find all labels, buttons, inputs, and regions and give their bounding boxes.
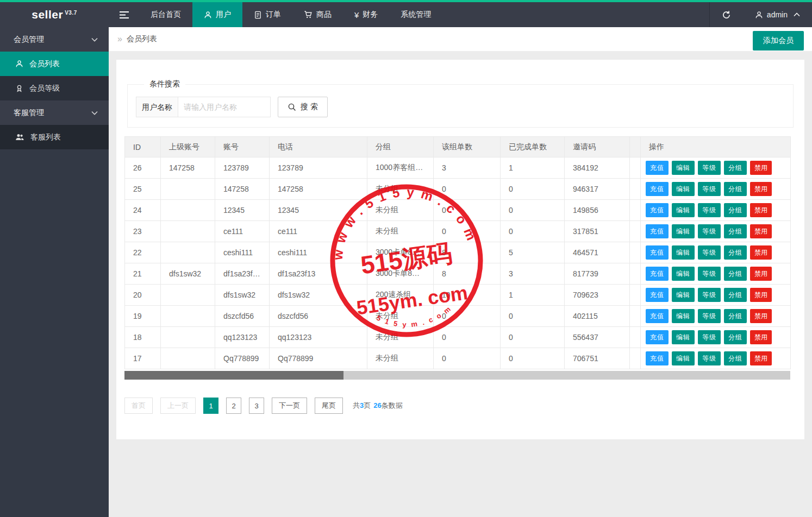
cell-actions: 充值编辑等级分组禁用 [641, 200, 791, 221]
cell-phone: ceshi111 [270, 242, 367, 263]
pagination-page-2[interactable]: 2 [226, 398, 241, 414]
table-row: 261472581237891237891000养客组(多...31384192… [125, 157, 791, 179]
level-button[interactable]: 等级 [698, 351, 721, 365]
level-button[interactable]: 等级 [698, 224, 721, 238]
recharge-button[interactable]: 充值 [646, 330, 669, 344]
breadcrumb-bar: » 会员列表 添加会员 [109, 27, 812, 51]
recharge-button[interactable]: 充值 [646, 203, 669, 217]
sidebar-section-1[interactable]: 会员管理 [0, 27, 109, 52]
nav-item-5[interactable]: ¥财务 [343, 2, 389, 27]
group-button[interactable]: 分组 [724, 182, 747, 196]
disable-button[interactable]: 禁用 [750, 161, 772, 175]
edit-button[interactable]: 编辑 [672, 245, 695, 260]
cell-id: 20 [125, 285, 161, 306]
edit-button[interactable]: 编辑 [672, 203, 695, 217]
level-button[interactable]: 等级 [698, 309, 721, 323]
edit-button[interactable]: 编辑 [672, 224, 695, 238]
level-button[interactable]: 等级 [698, 203, 721, 217]
group-button[interactable]: 分组 [724, 245, 747, 260]
cell-parent [161, 221, 215, 242]
edit-button[interactable]: 编辑 [672, 288, 695, 302]
recharge-button[interactable]: 充值 [646, 224, 669, 238]
group-button[interactable]: 分组 [724, 309, 747, 323]
cell-phone: dfs1sw32 [270, 285, 367, 306]
group-button[interactable]: 分组 [724, 330, 747, 344]
search-button[interactable]: 搜 索 [278, 97, 328, 117]
col-id: ID [125, 137, 161, 157]
level-button[interactable]: 等级 [698, 161, 721, 175]
pagination-page-3[interactable]: 3 [249, 398, 264, 414]
disable-button[interactable]: 禁用 [750, 224, 772, 238]
disable-button[interactable]: 禁用 [750, 182, 772, 196]
edit-button[interactable]: 编辑 [672, 309, 695, 323]
user-icon [755, 11, 763, 19]
recharge-button[interactable]: 充值 [646, 161, 669, 175]
recharge-button[interactable]: 充值 [646, 267, 669, 281]
disable-button[interactable]: 禁用 [750, 330, 772, 344]
disable-button[interactable]: 禁用 [750, 245, 772, 260]
nav-item-label: 订单 [266, 10, 281, 20]
group-button[interactable]: 分组 [724, 224, 747, 238]
search-panel-title: 条件搜索 [144, 79, 185, 89]
nav-item-1[interactable]: 后台首页 [139, 2, 192, 27]
nav-item-6[interactable]: 系统管理 [389, 2, 442, 27]
horizontal-scrollbar[interactable] [124, 371, 790, 380]
sidebar-item-label: 会员列表 [29, 59, 60, 69]
group-button[interactable]: 分组 [724, 161, 747, 175]
cell-parent: 147258 [161, 157, 215, 179]
recharge-button[interactable]: 充值 [646, 245, 669, 260]
refresh-button[interactable] [710, 2, 743, 27]
cell-invite: 317851 [565, 221, 630, 242]
pagination-last[interactable]: 尾页 [315, 398, 343, 414]
nav-item-3[interactable]: 订单 [242, 2, 292, 27]
disable-button[interactable]: 禁用 [750, 351, 772, 365]
add-member-button[interactable]: 添加会员 [753, 31, 804, 51]
recharge-button[interactable]: 充值 [646, 182, 669, 196]
sidebar-section-2[interactable]: 客服管理 [0, 100, 109, 125]
col-completed-orders: 已完成单数 [501, 137, 565, 157]
nav-item-label: 商品 [316, 10, 332, 20]
group-button[interactable]: 分组 [724, 288, 747, 302]
username-input[interactable] [178, 97, 271, 117]
nav-item-4[interactable]: 商品 [292, 2, 343, 27]
edit-button[interactable]: 编辑 [672, 330, 695, 344]
cell-group: 未分组 [367, 348, 434, 369]
cell-invite: 149856 [565, 200, 630, 221]
cell-invite: 464571 [565, 242, 630, 263]
recharge-button[interactable]: 充值 [646, 288, 669, 302]
cell-actions: 充值编辑等级分组禁用 [641, 221, 791, 242]
sidebar: 会员管理会员列表会员等级客服管理客服列表 [0, 27, 109, 517]
cell-completed: 1 [501, 157, 565, 179]
nav-item-2[interactable]: 用户 [192, 2, 242, 27]
disable-button[interactable]: 禁用 [750, 288, 772, 302]
table-row: 18qq123123qq123123未分组00556437充值编辑等级分组禁用 [125, 327, 791, 348]
logo-version: V3.7 [65, 10, 77, 16]
sidebar-item-0-0[interactable]: 会员列表 [0, 52, 109, 76]
level-button[interactable]: 等级 [698, 182, 721, 196]
group-button[interactable]: 分组 [724, 203, 747, 217]
level-button[interactable]: 等级 [698, 267, 721, 281]
edit-button[interactable]: 编辑 [672, 182, 695, 196]
pagination-next[interactable]: 下一页 [272, 398, 307, 414]
level-button[interactable]: 等级 [698, 288, 721, 302]
disable-button[interactable]: 禁用 [750, 203, 772, 217]
sidebar-item-1-0[interactable]: 客服列表 [0, 125, 109, 149]
cell-phone: qq123123 [270, 327, 367, 348]
recharge-button[interactable]: 充值 [646, 309, 669, 323]
edit-button[interactable]: 编辑 [672, 267, 695, 281]
hamburger-icon[interactable] [109, 2, 139, 27]
cell-phone: 123789 [270, 157, 367, 179]
level-button[interactable]: 等级 [698, 245, 721, 260]
edit-button[interactable]: 编辑 [672, 161, 695, 175]
group-button[interactable]: 分组 [724, 267, 747, 281]
edit-button[interactable]: 编辑 [672, 351, 695, 365]
group-button[interactable]: 分组 [724, 351, 747, 365]
recharge-button[interactable]: 充值 [646, 351, 669, 365]
admin-menu[interactable]: admin [743, 2, 812, 27]
level-button[interactable]: 等级 [698, 330, 721, 344]
cell-group: 3000卡单8个... [367, 263, 434, 285]
disable-button[interactable]: 禁用 [750, 267, 772, 281]
disable-button[interactable]: 禁用 [750, 309, 772, 323]
horizontal-scrollbar-thumb[interactable] [124, 371, 343, 380]
sidebar-item-0-1[interactable]: 会员等级 [0, 76, 109, 100]
